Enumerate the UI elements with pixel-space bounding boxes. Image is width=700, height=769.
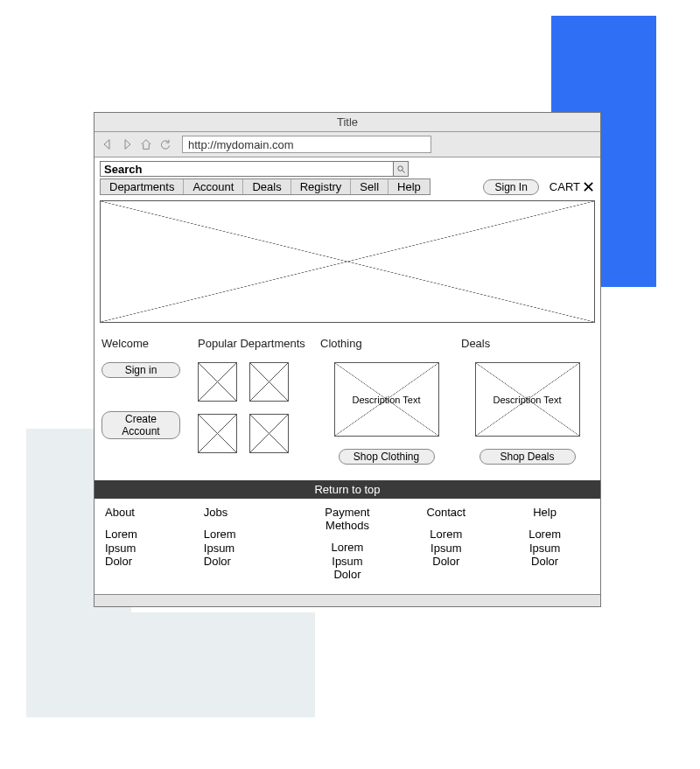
footer-link[interactable]: Lorem bbox=[401, 528, 491, 542]
footer-link[interactable]: Ipsum bbox=[401, 542, 491, 556]
back-icon[interactable] bbox=[100, 136, 116, 152]
footer-link[interactable]: Ipsum bbox=[204, 542, 294, 556]
home-icon[interactable] bbox=[138, 136, 154, 152]
footer-col-title[interactable]: Contact bbox=[401, 506, 491, 519]
footer-link[interactable]: Dolor bbox=[105, 555, 195, 569]
dept-thumb[interactable] bbox=[198, 414, 237, 453]
footer-col-title[interactable]: Help bbox=[500, 506, 590, 519]
footer-col-title[interactable]: Payment Methods bbox=[303, 506, 393, 532]
welcome-title: Welcome bbox=[102, 337, 189, 350]
cart-label: CART bbox=[550, 180, 580, 193]
svg-point-0 bbox=[397, 165, 402, 171]
reload-icon[interactable] bbox=[158, 136, 173, 152]
hero-image-placeholder bbox=[100, 200, 595, 323]
dept-thumb[interactable] bbox=[198, 362, 237, 402]
footer-col-title[interactable]: Jobs bbox=[204, 506, 294, 519]
footer-link[interactable]: Dolor bbox=[401, 555, 491, 569]
dept-thumb[interactable] bbox=[249, 362, 289, 402]
footer-col-title[interactable]: About bbox=[105, 506, 195, 519]
footer-link[interactable]: Lorem bbox=[204, 528, 294, 542]
signin-button[interactable]: Sign In bbox=[483, 179, 538, 195]
footer-link[interactable]: Lorem bbox=[303, 541, 393, 555]
welcome-signin-button[interactable]: Sign in bbox=[102, 362, 180, 378]
footer-link[interactable]: Ipsum bbox=[500, 542, 590, 556]
menu-deals[interactable]: Deals bbox=[243, 179, 290, 194]
main-menu: Departments Account Deals Registry Sell … bbox=[100, 178, 430, 195]
footer-link[interactable]: Ipsum bbox=[303, 555, 393, 569]
menu-registry[interactable]: Registry bbox=[291, 179, 352, 194]
footer-link[interactable]: Ipsum bbox=[105, 542, 195, 556]
url-input[interactable] bbox=[182, 136, 431, 153]
window-title: Title bbox=[94, 113, 600, 132]
browser-toolbar bbox=[94, 132, 600, 157]
status-bar bbox=[94, 594, 600, 606]
menu-sell[interactable]: Sell bbox=[351, 179, 388, 194]
deals-image-placeholder: Description Text bbox=[475, 362, 580, 437]
return-to-top[interactable]: Return to top bbox=[94, 480, 600, 499]
shop-clothing-button[interactable]: Shop Clothing bbox=[339, 449, 435, 465]
close-icon: ✕ bbox=[582, 182, 595, 192]
footer-link[interactable]: Lorem bbox=[105, 528, 195, 542]
clothing-desc: Description Text bbox=[335, 363, 438, 436]
forward-icon[interactable] bbox=[119, 136, 135, 152]
deals-desc: Description Text bbox=[476, 363, 579, 436]
footer: About Lorem Ipsum Dolor Jobs Lorem Ipsum… bbox=[94, 499, 600, 594]
shop-deals-button[interactable]: Shop Deals bbox=[480, 449, 576, 465]
footer-link[interactable]: Lorem bbox=[500, 528, 590, 542]
browser-window: Title Departments Account Deals bbox=[94, 112, 601, 607]
svg-line-1 bbox=[402, 170, 404, 172]
footer-link[interactable]: Dolor bbox=[204, 555, 294, 569]
search-icon[interactable] bbox=[393, 161, 409, 177]
cart-link[interactable]: CART ✕ bbox=[550, 180, 595, 193]
search-input[interactable] bbox=[100, 161, 393, 177]
clothing-title: Clothing bbox=[320, 337, 362, 350]
create-account-button[interactable]: Create Account bbox=[102, 411, 180, 439]
clothing-image-placeholder: Description Text bbox=[334, 362, 439, 437]
popular-title: Popular Departments bbox=[198, 337, 312, 350]
footer-link[interactable]: Dolor bbox=[303, 568, 393, 582]
menu-departments[interactable]: Departments bbox=[101, 179, 184, 194]
footer-link[interactable]: Dolor bbox=[500, 555, 590, 569]
deals-title: Deals bbox=[461, 337, 490, 350]
menu-help[interactable]: Help bbox=[388, 179, 430, 194]
menu-account[interactable]: Account bbox=[184, 179, 243, 194]
dept-thumb[interactable] bbox=[249, 414, 289, 453]
